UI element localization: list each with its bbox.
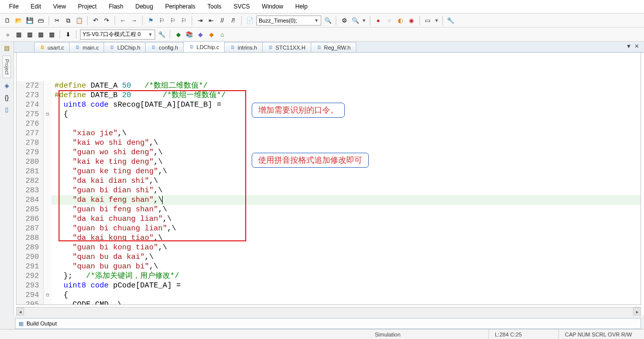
- rte-icon[interactable]: ◆: [207, 30, 216, 39]
- code-line[interactable]: 289 "guan bi kong tiao",\: [17, 243, 640, 252]
- code-line[interactable]: 277 "xiao jie",\: [17, 129, 640, 138]
- window-icon[interactable]: ▭: [423, 16, 432, 25]
- scroll-right-icon[interactable]: ▸: [633, 307, 641, 315]
- file-tab-LDChip-c[interactable]: 🗎LDChip.c: [183, 41, 225, 52]
- code-text[interactable]: "guan bi feng shan",\: [52, 205, 640, 214]
- code-text[interactable]: "kai wo shi deng",\: [52, 138, 640, 148]
- code-text[interactable]: "da kai feng shan",\: [52, 195, 640, 205]
- paste-icon[interactable]: 📋: [75, 16, 84, 25]
- fold-gutter[interactable]: ⊟: [44, 290, 52, 300]
- code-line[interactable]: 288 "da kai kong tiao",\: [17, 233, 640, 243]
- target-combo[interactable]: YS-V0.7口令模式工程 0 ▼: [80, 30, 155, 40]
- templates-icon[interactable]: {}: [3, 93, 12, 102]
- project-tab[interactable]: Project: [3, 56, 11, 78]
- file-tab-config-h[interactable]: 🗎config.h: [145, 42, 184, 52]
- code-text[interactable]: "guan bi kong tiao",\: [52, 243, 640, 252]
- breakpoint-all-icon[interactable]: ◉: [407, 16, 416, 25]
- code-line[interactable]: 284 "da kai feng shan",\: [17, 195, 640, 205]
- save-all-icon[interactable]: 🗃: [36, 16, 45, 25]
- bookmark-next-icon[interactable]: ⚐: [168, 16, 177, 25]
- code-text[interactable]: uint8 code pCode[DATE_A] =: [52, 281, 640, 290]
- download-icon[interactable]: ⬇: [64, 30, 73, 39]
- code-line[interactable]: 287 "guan bi chuang lian",\: [17, 224, 640, 233]
- bookmark-icon[interactable]: ⚑: [146, 16, 155, 25]
- code-text[interactable]: #define DATE_A 50 /*数组二维数值*/: [52, 81, 640, 91]
- undo-icon[interactable]: ↶: [91, 16, 100, 25]
- copy-icon[interactable]: ⧉: [64, 16, 73, 25]
- code-text[interactable]: [52, 119, 640, 129]
- code-text[interactable]: "guan bi dian shi",\: [52, 186, 640, 195]
- code-text[interactable]: "quan bu da kai",\: [52, 252, 640, 262]
- outdent-icon[interactable]: ⇤: [207, 16, 216, 25]
- code-line[interactable]: 290 "quan bu da kai",\: [17, 252, 640, 262]
- file-tab-main-c[interactable]: 🗎main.c: [69, 42, 104, 52]
- nav-back-icon[interactable]: ←: [119, 16, 128, 25]
- menu-window[interactable]: Window: [257, 2, 288, 12]
- target-options-icon[interactable]: 🔧: [157, 30, 166, 39]
- code-line[interactable]: 278 "kai wo shi deng",\: [17, 138, 640, 148]
- code-text[interactable]: {: [52, 290, 640, 300]
- batch-build-icon[interactable]: ▦: [36, 30, 45, 39]
- code-line[interactable]: 283 "guan bi dian shi",\: [17, 186, 640, 195]
- menu-help[interactable]: Help: [290, 2, 313, 12]
- code-editor[interactable]: 272#define DATE_A 50 /*数组二维数值*/273#defin…: [17, 53, 640, 304]
- translate-icon[interactable]: ⟐: [3, 30, 12, 39]
- rebuild-icon[interactable]: ▦: [25, 30, 34, 39]
- code-line[interactable]: 292 }; /*添加关键词，用户修改*/: [17, 271, 640, 281]
- code-text[interactable]: {: [52, 110, 640, 119]
- file-tab-LDChip-h[interactable]: 🗎LDChip.h: [104, 42, 146, 52]
- scroll-left-icon[interactable]: ◂: [16, 307, 24, 315]
- menu-view[interactable]: View: [48, 2, 71, 12]
- sidebar-toggle-icon[interactable]: ▤: [3, 44, 12, 53]
- comment-icon[interactable]: //: [218, 16, 227, 25]
- code-text[interactable]: "guan bi chuang lian",\: [52, 224, 640, 233]
- outline-icon[interactable]: ▯: [3, 105, 12, 114]
- file-tab-STC11XX-H[interactable]: 🗎STC11XX.H: [262, 42, 311, 52]
- fold-gutter[interactable]: ⊟: [44, 110, 52, 119]
- tools-icon[interactable]: 🔧: [446, 16, 455, 25]
- code-text[interactable]: uint8 code sRecog[DATE_A][DATE_B] =: [52, 100, 640, 110]
- code-line[interactable]: 281 "guan ke ting deng",\: [17, 167, 640, 176]
- code-text[interactable]: "xiao jie",\: [52, 129, 640, 138]
- stop-build-icon[interactable]: ▦: [47, 30, 56, 39]
- menu-peripherals[interactable]: Peripherals: [160, 2, 201, 12]
- save-icon[interactable]: 💾: [25, 16, 34, 25]
- code-text[interactable]: "guan ke ting deng",\: [52, 167, 640, 176]
- code-text[interactable]: "da kai chuang lian",\: [52, 214, 640, 224]
- home-icon[interactable]: ⌂: [218, 30, 227, 39]
- functions-icon[interactable]: ◈: [3, 81, 12, 90]
- pack-icon[interactable]: ◆: [196, 30, 205, 39]
- file-tab-Reg_RW-h[interactable]: 🗎Reg_RW.h: [311, 42, 356, 52]
- code-text[interactable]: "da kai kong tiao",\: [52, 233, 640, 243]
- breakpoint-disable-icon[interactable]: ○: [385, 16, 394, 25]
- code-text[interactable]: "quan bu guan bi",\: [52, 262, 640, 271]
- menu-flash[interactable]: Flash: [104, 2, 128, 12]
- find-in-files-icon[interactable]: 📄: [245, 16, 254, 25]
- code-line[interactable]: 273#define DATE_B 20 /*数组一维数值*/: [17, 91, 640, 100]
- code-line[interactable]: 293 uint8 code pCode[DATE_A] =: [17, 281, 640, 290]
- menu-debug[interactable]: Debug: [131, 2, 158, 12]
- code-line[interactable]: 272#define DATE_A 50 /*数组二维数值*/: [17, 81, 640, 91]
- manage-icon[interactable]: ◆: [174, 30, 183, 39]
- build-icon[interactable]: ▦: [14, 30, 23, 39]
- open-icon[interactable]: 📂: [14, 16, 23, 25]
- tab-close-icon[interactable]: ✕: [634, 43, 639, 50]
- code-line[interactable]: 276: [17, 119, 640, 129]
- code-line[interactable]: 286 "da kai chuang lian",\: [17, 214, 640, 224]
- tab-menu-icon[interactable]: ▼: [626, 43, 631, 50]
- find-icon[interactable]: 🔍: [323, 16, 332, 25]
- code-text[interactable]: CODE_CMD, \: [52, 300, 640, 304]
- uncomment-icon[interactable]: /!: [229, 16, 238, 25]
- code-text[interactable]: #define DATE_B 20 /*数组一维数值*/: [52, 91, 640, 100]
- find-combo[interactable]: Buzz_Times(0); ▼: [256, 16, 321, 26]
- bookmark-prev-icon[interactable]: ⚐: [157, 16, 166, 25]
- menu-tools[interactable]: Tools: [203, 2, 227, 12]
- code-line[interactable]: 285 "guan bi feng shan",\: [17, 205, 640, 214]
- books-icon[interactable]: 📚: [185, 30, 194, 39]
- menu-project[interactable]: Project: [73, 2, 102, 12]
- bookmark-clear-icon[interactable]: ⚐: [179, 16, 188, 25]
- code-line[interactable]: 294⊟ {: [17, 290, 640, 300]
- breakpoint-kill-icon[interactable]: ◐: [396, 16, 405, 25]
- menu-svcs[interactable]: SVCS: [229, 2, 255, 12]
- menu-file[interactable]: File: [4, 2, 24, 12]
